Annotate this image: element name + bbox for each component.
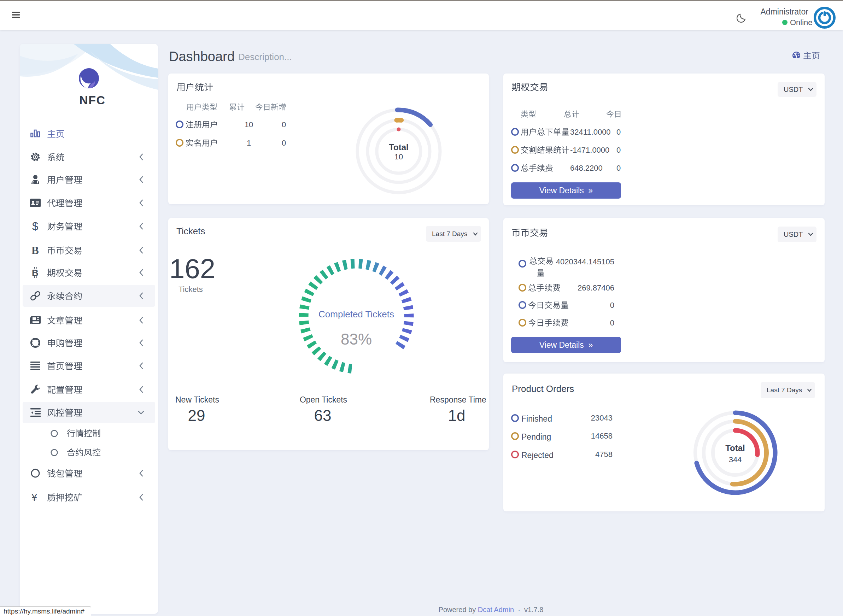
svg-text:B: B	[32, 267, 38, 278]
